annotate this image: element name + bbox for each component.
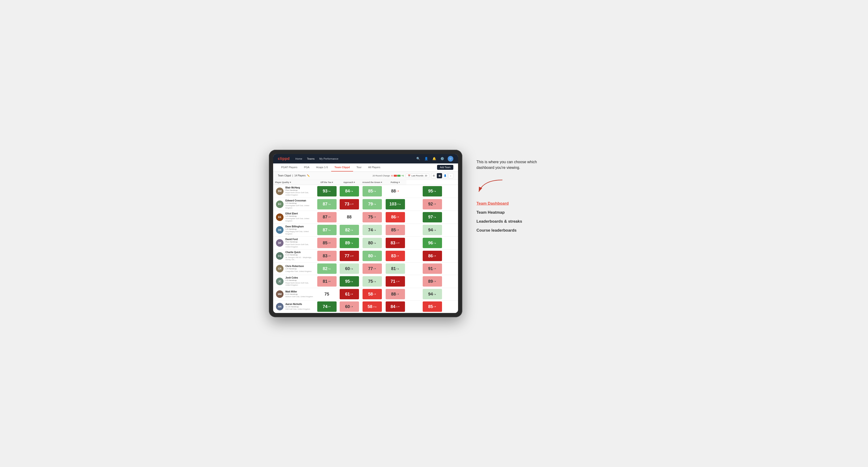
- score-cell[interactable]: 866▼: [384, 211, 406, 224]
- add-team-button[interactable]: Add Team: [437, 165, 453, 170]
- table-row[interactable]: DBDave Billingham1-5 HandicapGog Magog G…: [273, 224, 458, 237]
- last-rounds-selector[interactable]: 📅 Last Rounds: 20: [406, 174, 429, 178]
- score-cell[interactable]: 748▼: [316, 301, 338, 313]
- nav-link-my-performance[interactable]: My Performance: [319, 157, 338, 160]
- option-team-dashboard[interactable]: Team Dashboard: [476, 201, 547, 206]
- table-row[interactable]: CRChris Robertson1-5 HandicapCraigmillar…: [273, 262, 458, 275]
- score-cell[interactable]: 8310▼: [384, 237, 406, 250]
- score-cell[interactable]: 846▲: [338, 185, 361, 198]
- score-cell[interactable]: 874▲: [316, 224, 338, 237]
- score-cell[interactable]: 7111▼: [384, 275, 406, 288]
- score-value: 58: [368, 304, 372, 309]
- tab-pga[interactable]: PGA: [301, 163, 313, 172]
- score-cell[interactable]: 803▲: [361, 237, 384, 250]
- score-cell[interactable]: 853▼: [316, 237, 338, 250]
- score-cell[interactable]: 752▲: [361, 275, 384, 288]
- table-row[interactable]: ANAaron Nicholls11-15 HandicapDrift Golf…: [273, 301, 458, 313]
- score-cell[interactable]: 8421▼: [384, 301, 406, 313]
- table-row[interactable]: JCJosh Coles1-5 HandicapRoyal North Devo…: [273, 275, 458, 288]
- tab-all-players[interactable]: All Players: [365, 163, 384, 172]
- table-row[interactable]: BMBlair McHargPlus HandicapRoyal North D…: [273, 185, 458, 198]
- col-header-putting[interactable]: Putting ▾: [384, 180, 406, 185]
- score-cell[interactable]: 881▼: [384, 185, 406, 198]
- score-cell[interactable]: 853▼: [384, 224, 406, 237]
- score-cell[interactable]: 939▲: [316, 185, 338, 198]
- score-cell[interactable]: 854▼: [406, 301, 458, 313]
- score-cell[interactable]: 941▲: [406, 224, 458, 237]
- score-cell[interactable]: 913▼: [406, 262, 458, 275]
- score-cell[interactable]: 975▲: [406, 211, 458, 224]
- nav-link-teams[interactable]: Teams: [307, 157, 314, 160]
- col-header-approach[interactable]: Approach ▾: [338, 180, 361, 185]
- table-row[interactable]: ECEdward Crossman1-5 HandicapSunningdale…: [273, 198, 458, 211]
- score-cell[interactable]: 836▼: [384, 250, 406, 262]
- score-cell[interactable]: 873▼: [316, 211, 338, 224]
- score-cell[interactable]: 897▲: [338, 237, 361, 250]
- score-cell[interactable]: 943▲: [406, 288, 458, 301]
- score-cell[interactable]: 824▲: [338, 224, 361, 237]
- score-cell[interactable]: 602▲: [338, 262, 361, 275]
- col-header-around-green[interactable]: Around the Green ▾: [361, 180, 384, 185]
- score-cell[interactable]: 882▼: [384, 288, 406, 301]
- score-cell[interactable]: 7311▼: [338, 198, 361, 211]
- score-cell[interactable]: 813▼: [316, 275, 338, 288]
- score-cell[interactable]: 75: [316, 288, 338, 301]
- grid-view-button[interactable]: ⊞: [431, 173, 436, 178]
- score-cell[interactable]: 741▲: [361, 224, 384, 237]
- option-leaderboards[interactable]: Leaderboards & streaks: [476, 219, 547, 224]
- settings-icon[interactable]: ⚙️: [440, 156, 445, 161]
- score-value: 87: [323, 228, 328, 232]
- tab-hcaps[interactable]: Hcaps 1-5: [313, 163, 331, 172]
- score-cell[interactable]: 601▼: [338, 301, 361, 313]
- nav-link-home[interactable]: Home: [295, 157, 302, 160]
- player-handicap: 1-5 Handicap: [285, 228, 314, 230]
- table-row[interactable]: DFDavid FordPlus HandicapRoyal North Dev…: [273, 237, 458, 250]
- col-header-player[interactable]: Player Quality ▾: [273, 180, 316, 185]
- score-cell[interactable]: 799▲: [361, 198, 384, 211]
- person-view-button[interactable]: 👤: [442, 173, 448, 178]
- avatar[interactable]: U: [448, 156, 453, 161]
- score-cell[interactable]: 584▼: [361, 288, 384, 301]
- score-cell[interactable]: 958▲: [338, 275, 361, 288]
- score-cell[interactable]: 5810▲: [361, 301, 384, 313]
- score-cell[interactable]: 833▼: [316, 250, 338, 262]
- edit-icon[interactable]: ✏️: [307, 174, 310, 177]
- option-team-heatmap[interactable]: Team Heatmap: [476, 210, 547, 215]
- person-icon[interactable]: 👤: [424, 156, 429, 161]
- score-cell[interactable]: 959▲: [406, 185, 458, 198]
- col-header-off-tee[interactable]: Off the Tee ▾: [316, 180, 338, 185]
- tab-team-clippd[interactable]: Team Clippd: [331, 163, 353, 172]
- score-cell[interactable]: 892▼: [406, 275, 458, 288]
- bell-icon[interactable]: 🔔: [432, 156, 437, 161]
- tab-pgat[interactable]: PGAT Players: [278, 163, 301, 172]
- score-change: 3▲: [433, 242, 436, 244]
- score-cell[interactable]: 923▼: [406, 198, 458, 211]
- score-value: 94: [428, 228, 433, 232]
- score-cell[interactable]: 801▲: [361, 250, 384, 262]
- score-change: 1▲: [433, 229, 436, 231]
- table-row[interactable]: EEElliot Ebert1-5 HandicapSunningdale Go…: [273, 211, 458, 224]
- score-cell[interactable]: 10315▲: [384, 198, 406, 211]
- tab-tour[interactable]: Tour: [353, 163, 365, 172]
- score-cell[interactable]: 858▲: [361, 185, 384, 198]
- score-cell[interactable]: 773▼: [361, 262, 384, 275]
- option-course-leaderboards[interactable]: Course leaderboards: [476, 228, 547, 233]
- score-cell[interactable]: 823▲: [316, 262, 338, 275]
- search-icon[interactable]: 🔍: [415, 156, 421, 161]
- score-cell[interactable]: 963▲: [406, 237, 458, 250]
- player-club: Sunningdale Golf Club, United Kingdom: [285, 217, 314, 222]
- score-cell[interactable]: 814▲: [384, 262, 406, 275]
- table-row[interactable]: CQCharlie Quick6-10 HandicapSt. George's…: [273, 250, 458, 262]
- score-cell[interactable]: 871▲: [316, 198, 338, 211]
- score-cell[interactable]: 868▼: [406, 250, 458, 262]
- score-value: 87: [323, 215, 328, 220]
- score-cell[interactable]: 7714▼: [338, 250, 361, 262]
- player-handicap: 1-5 Handicap: [285, 268, 312, 270]
- score-cell[interactable]: 753▼: [361, 211, 384, 224]
- heatmap-view-button[interactable]: ▦: [437, 173, 442, 178]
- table-row[interactable]: MMMatt Miller6-10 HandicapWoburn Golf Cl…: [273, 288, 458, 301]
- score-cell[interactable]: 88: [338, 211, 361, 224]
- score-cell[interactable]: 613▼: [338, 288, 361, 301]
- player-handicap: 1-5 Handicap: [285, 202, 314, 205]
- download-button[interactable]: ↓: [448, 173, 453, 178]
